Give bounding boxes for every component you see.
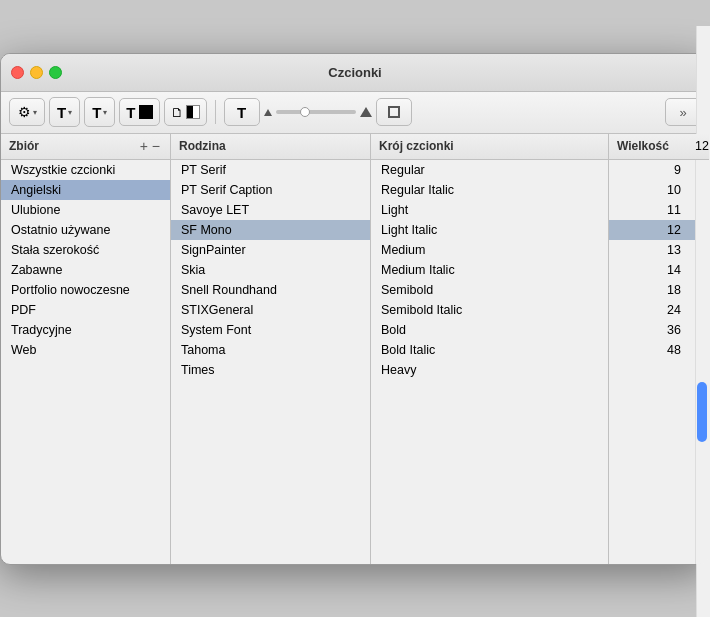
- list-item[interactable]: Bold: [371, 320, 608, 340]
- collection-column: Zbiór + − Wszystkie czcionki Angielski U…: [1, 134, 171, 564]
- list-item[interactable]: 24: [609, 300, 709, 320]
- list-item[interactable]: 12: [609, 220, 709, 240]
- collection-header: Zbiór + −: [1, 134, 170, 160]
- list-item[interactable]: PT Serif: [171, 160, 370, 180]
- typeface-column: Krój czcionki Regular Regular Italic Lig…: [371, 134, 609, 564]
- title-bar: Czcionki: [1, 54, 709, 92]
- list-item[interactable]: Regular Italic: [371, 180, 608, 200]
- list-item[interactable]: 10: [609, 180, 709, 200]
- collection-list: Wszystkie czcionki Angielski Ulubione Os…: [1, 160, 170, 564]
- family-list: PT Serif PT Serif Caption Savoye LET SF …: [171, 160, 370, 564]
- text-color-icon: T: [92, 104, 101, 121]
- list-item[interactable]: Angielski: [1, 180, 170, 200]
- list-item[interactable]: Tahoma: [171, 340, 370, 360]
- list-item[interactable]: SignPainter: [171, 240, 370, 260]
- list-item[interactable]: PDF: [1, 300, 170, 320]
- list-item[interactable]: 18: [609, 280, 709, 300]
- doc-fill-button[interactable]: 🗋: [164, 98, 207, 126]
- text-style-button[interactable]: T ▾: [50, 98, 79, 126]
- list-item[interactable]: Light: [371, 200, 608, 220]
- family-header: Rodzina: [171, 134, 370, 160]
- half-fill-icon: [186, 105, 200, 119]
- list-item[interactable]: Light Italic: [371, 220, 608, 240]
- text-preview-icon: T: [237, 104, 246, 121]
- slider-large-icon: [360, 107, 372, 117]
- typeface-list: Regular Regular Italic Light Light Itali…: [371, 160, 608, 564]
- list-item[interactable]: Heavy: [371, 360, 608, 380]
- list-item[interactable]: Skia: [171, 260, 370, 280]
- separator-1: [215, 100, 216, 124]
- traffic-lights: [11, 66, 62, 79]
- text-icon: T: [57, 104, 66, 121]
- size-slider[interactable]: [276, 110, 356, 114]
- toolbar: ⚙ ▾ T ▾ T ▾ T 🗋: [1, 92, 709, 134]
- remove-collection-button[interactable]: −: [150, 139, 162, 153]
- list-item[interactable]: 13: [609, 240, 709, 260]
- minimize-button[interactable]: [30, 66, 43, 79]
- list-item[interactable]: Snell Roundhand: [171, 280, 370, 300]
- list-item[interactable]: 36: [609, 320, 709, 340]
- list-item[interactable]: Savoye LET: [171, 200, 370, 220]
- typeface-header-label: Krój czcionki: [379, 139, 454, 153]
- gear-chevron-icon: ▾: [33, 108, 37, 117]
- list-item[interactable]: 11: [609, 200, 709, 220]
- list-item[interactable]: Regular: [371, 160, 608, 180]
- text-color-chevron-icon: ▾: [103, 108, 107, 117]
- list-item[interactable]: 14: [609, 260, 709, 280]
- square-icon: [388, 106, 400, 118]
- text-fill-icon: T: [126, 104, 135, 121]
- columns-area: Zbiór + − Wszystkie czcionki Angielski U…: [1, 134, 709, 564]
- text-color-group: T ▾: [84, 97, 115, 127]
- maximize-button[interactable]: [49, 66, 62, 79]
- collection-header-label: Zbiór: [9, 139, 39, 153]
- close-button[interactable]: [11, 66, 24, 79]
- square-button[interactable]: [376, 98, 412, 126]
- gear-icon: ⚙: [18, 104, 31, 120]
- list-item[interactable]: 48: [609, 340, 709, 360]
- black-fill-icon: [139, 105, 153, 119]
- text-color-button[interactable]: T ▾: [85, 98, 114, 126]
- list-item[interactable]: Stała szerokość: [1, 240, 170, 260]
- font-panel-window: Czcionki ⚙ ▾ T ▾ T ▾ T 🗋: [0, 53, 710, 565]
- double-arrow-icon: »: [679, 105, 686, 120]
- gear-button[interactable]: ⚙ ▾: [9, 98, 45, 126]
- list-item[interactable]: Bold Italic: [371, 340, 608, 360]
- text-style-group: T ▾: [49, 97, 80, 127]
- list-item[interactable]: System Font: [171, 320, 370, 340]
- list-item[interactable]: Portfolio nowoczesne: [1, 280, 170, 300]
- add-collection-button[interactable]: +: [138, 139, 150, 153]
- list-item[interactable]: Semibold Italic: [371, 300, 608, 320]
- list-item[interactable]: Medium: [371, 240, 608, 260]
- text-fill-button[interactable]: T: [119, 98, 159, 126]
- list-item[interactable]: Semibold: [371, 280, 608, 300]
- typeface-header: Krój czcionki: [371, 134, 608, 160]
- list-item[interactable]: Ulubione: [1, 200, 170, 220]
- size-list: 9 10 11 12 13 14 18 24 36 48: [609, 160, 709, 564]
- list-item[interactable]: Wszystkie czcionki: [1, 160, 170, 180]
- size-column: Wielkość 9 10 11 12 13 14 18 24 36 48: [609, 134, 709, 564]
- list-item[interactable]: Ostatnio używane: [1, 220, 170, 240]
- size-scrollbar-thumb[interactable]: [697, 382, 707, 442]
- list-item[interactable]: Medium Italic: [371, 260, 608, 280]
- slider-small-icon: [264, 109, 272, 116]
- size-scrollbar-track[interactable]: [695, 160, 709, 564]
- list-item[interactable]: Times: [171, 360, 370, 380]
- text-preview-button[interactable]: T: [224, 98, 260, 126]
- text-chevron-icon: ▾: [68, 108, 72, 117]
- list-item[interactable]: Tradycyjne: [1, 320, 170, 340]
- list-item[interactable]: PT Serif Caption: [171, 180, 370, 200]
- family-column: Rodzina PT Serif PT Serif Caption Savoye…: [171, 134, 371, 564]
- list-item[interactable]: Zabawne: [1, 260, 170, 280]
- list-item[interactable]: STIXGeneral: [171, 300, 370, 320]
- size-header-label: Wielkość: [617, 139, 669, 153]
- list-item[interactable]: Web: [1, 340, 170, 360]
- size-input[interactable]: [669, 139, 709, 153]
- window-title: Czcionki: [328, 65, 381, 80]
- doc-icon: 🗋: [171, 105, 184, 120]
- size-slider-container: [264, 107, 372, 117]
- family-header-label: Rodzina: [179, 139, 226, 153]
- list-item[interactable]: 9: [609, 160, 709, 180]
- size-header: Wielkość: [609, 134, 709, 160]
- list-item[interactable]: SF Mono: [171, 220, 370, 240]
